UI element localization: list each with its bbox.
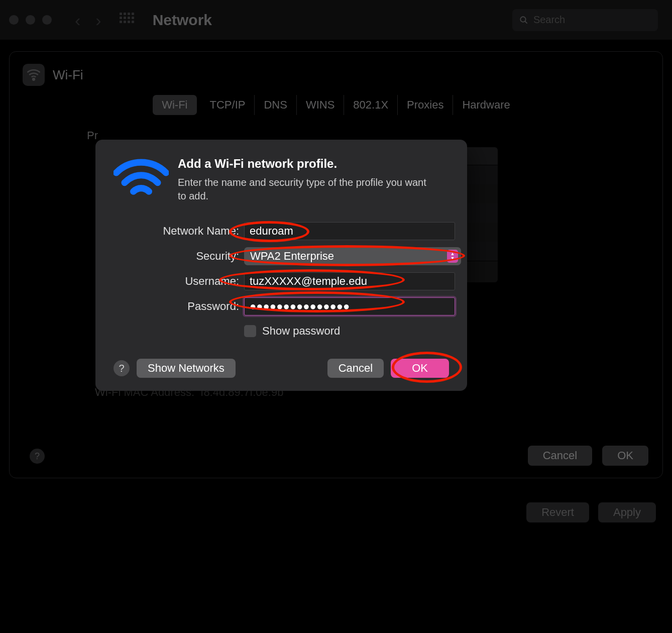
modal-title: Add a Wi-Fi network profile. [178, 157, 429, 171]
modal-header: Add a Wi-Fi network profile. Enter the n… [114, 157, 449, 204]
network-name-input[interactable] [244, 222, 455, 240]
show-networks-button[interactable]: Show Networks [137, 359, 236, 378]
username-input[interactable] [244, 272, 455, 290]
username-label: Username: [114, 275, 244, 288]
security-value: WPA2 Enterprise [250, 250, 334, 263]
security-label: Security: [114, 250, 244, 263]
modal-footer: ? Show Networks Cancel OK [114, 359, 449, 378]
show-password-label: Show password [262, 325, 340, 338]
modal-form: Network Name: Security: WPA2 Enterprise … [114, 222, 449, 338]
password-input[interactable] [244, 297, 455, 315]
add-wifi-modal: Add a Wi-Fi network profile. Enter the n… [95, 140, 467, 391]
help-icon[interactable]: ? [114, 360, 130, 376]
chevron-up-down-icon: ▲▼ [447, 250, 458, 263]
network-name-label: Network Name: [114, 225, 244, 238]
password-label: Password: [114, 300, 244, 313]
modal-header-text: Add a Wi-Fi network profile. Enter the n… [178, 157, 429, 204]
security-select[interactable]: WPA2 Enterprise ▲▼ [244, 247, 461, 265]
show-password-checkbox[interactable] [244, 325, 256, 337]
wifi-icon [114, 157, 169, 204]
modal-subtitle: Enter the name and security type of the … [178, 176, 429, 203]
show-password-row: Show password [244, 325, 461, 338]
modal-ok-button[interactable]: OK [391, 359, 449, 378]
modal-cancel-button[interactable]: Cancel [327, 359, 384, 378]
